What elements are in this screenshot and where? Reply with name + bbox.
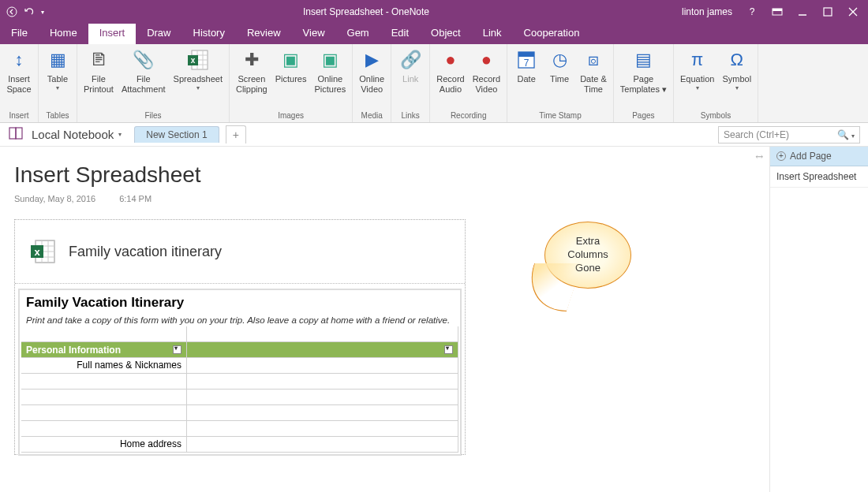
ribbon-btn-label: File Attachment	[122, 74, 166, 95]
add-section-button[interactable]: +	[226, 125, 246, 144]
menu-item-history[interactable]: History	[182, 24, 236, 44]
page-icon: ▤	[630, 47, 656, 73]
ribbon-btn-label: Record Audio	[436, 74, 464, 95]
svg-point-0	[7, 7, 17, 17]
ribbon-group-label: Links	[395, 110, 426, 122]
menu-item-view[interactable]: View	[292, 24, 336, 44]
ribbon-btn-label: Online Video	[359, 74, 384, 95]
table-icon: ▦	[45, 47, 70, 73]
ribbon-btn-label: Equation	[680, 74, 714, 84]
sheet-cell-value	[187, 390, 458, 404]
sheet-row	[21, 390, 458, 405]
menu-item-draw[interactable]: Draw	[136, 24, 181, 44]
menu-item-link[interactable]: Link	[472, 24, 513, 44]
sheet-cell-label	[21, 421, 187, 436]
sheet-instruction: Print and take a copy of this form with …	[21, 314, 458, 326]
search-icon: 🔍 ▾	[837, 129, 855, 140]
undo-icon[interactable]	[24, 6, 35, 17]
ribbon-group-label: Insert	[3, 110, 35, 122]
ribbon-btn-table[interactable]: ▦Table▾	[42, 46, 73, 94]
close-icon[interactable]	[847, 6, 859, 17]
ribbon-group-images: ✚Screen Clipping▣Pictures▣Online Picture…	[230, 44, 353, 122]
ribbon-btn-page-templates-[interactable]: ▤Page Templates ▾	[617, 46, 670, 96]
menu-item-insert[interactable]: Insert	[88, 24, 137, 44]
window-title: Insert Spreadsheet - OneNote	[51, 6, 682, 17]
page-time: 6:14 PM	[119, 194, 152, 203]
ribbon-btn-time[interactable]: ◷Time	[544, 46, 575, 86]
ribbon-display-icon[interactable]	[772, 6, 783, 17]
record-icon: ●	[438, 47, 463, 73]
menu-item-review[interactable]: Review	[236, 24, 292, 44]
page-date: Sunday, May 8, 2016	[14, 194, 95, 203]
date &-icon: ⧇	[581, 47, 606, 73]
user-name[interactable]: linton james	[682, 6, 732, 17]
ribbon-btn-equation[interactable]: πEquation▾	[677, 46, 717, 94]
ribbon-btn-insert-space[interactable]: ↕Insert Space	[3, 46, 35, 96]
search-input[interactable]: Search (Ctrl+E) 🔍 ▾	[718, 126, 860, 144]
ribbon-group-label: Tables	[42, 110, 73, 122]
filter-icon[interactable]	[173, 345, 181, 354]
link-icon: 🔗	[398, 47, 423, 73]
ribbon-btn-file-printout[interactable]: 🖹File Printout	[80, 46, 117, 96]
menu-item-cooperation[interactable]: Cooperation	[513, 24, 591, 44]
chevron-down-icon: ▾	[735, 84, 739, 92]
ribbon-btn-link: 🔗Link	[395, 46, 426, 86]
ribbon-group-label: Recording	[433, 110, 503, 122]
ribbon-btn-spreadsheet[interactable]: xSpreadsheet▾	[170, 46, 226, 94]
ribbon-btn-label: Symbol	[722, 74, 751, 84]
page-list-item[interactable]: Insert Spreadsheet	[770, 166, 868, 188]
time-icon: ◷	[547, 47, 572, 73]
add-page-button[interactable]: + Add Page	[770, 147, 868, 166]
back-icon[interactable]	[6, 6, 17, 17]
ribbon-btn-date-time[interactable]: ⧇Date & Time	[577, 46, 610, 96]
ribbon-btn-date[interactable]: 7Date	[511, 46, 542, 86]
sheet-preview: Family Vacation Itinerary Print and take…	[20, 290, 460, 454]
sheet-cell-value	[187, 405, 458, 420]
ribbon-btn-label: Table	[47, 74, 68, 84]
qat-dropdown-icon[interactable]: ▾	[41, 9, 44, 16]
ribbon-btn-label: Date	[518, 74, 536, 84]
equation-icon: π	[685, 47, 710, 73]
ribbon-btn-label: Record Video	[473, 74, 500, 95]
menu-item-object[interactable]: Object	[420, 24, 472, 44]
plus-icon: +	[776, 151, 786, 161]
ribbon-btn-pictures[interactable]: ▣Pictures	[272, 46, 310, 86]
ribbon-group-pages: ▤Page Templates ▾Pages	[614, 44, 674, 122]
ribbon-btn-record-video[interactable]: ●Record Video	[470, 46, 503, 96]
spreadsheet-embed[interactable]: x Family vacation itinerary Family Vacat…	[14, 219, 466, 455]
ribbon-btn-screen-clipping[interactable]: ✚Screen Clipping	[233, 46, 271, 96]
spreadsheet-icon: x	[185, 47, 211, 73]
page-canvas[interactable]: ⤢ Insert Spreadsheet Sunday, May 8, 2016…	[0, 147, 769, 492]
sheet-cell-label	[21, 390, 187, 404]
svg-rect-18	[9, 128, 16, 139]
expand-icon[interactable]: ⤢	[753, 151, 766, 164]
sheet-cell-label: Full names & Nicknames	[21, 358, 187, 373]
minimize-icon[interactable]	[797, 6, 808, 17]
ribbon-btn-label: Pictures	[275, 74, 307, 84]
ribbon-btn-symbol[interactable]: ΩSymbol▾	[719, 46, 754, 94]
ribbon-btn-label: Date & Time	[580, 74, 607, 95]
ribbon-btn-file-attachment[interactable]: 📎File Attachment	[118, 46, 169, 96]
titlebar: ▾ Insert Spreadsheet - OneNote linton ja…	[0, 0, 868, 24]
ribbon-group-label: Symbols	[677, 110, 754, 122]
filter-icon[interactable]	[444, 345, 453, 354]
page-title[interactable]: Insert Spreadsheet	[14, 162, 755, 188]
menu-item-edit[interactable]: Edit	[380, 24, 420, 44]
menu-item-file[interactable]: File	[0, 24, 39, 44]
ribbon-btn-record-audio[interactable]: ●Record Audio	[433, 46, 467, 96]
ribbon-btn-online-pictures[interactable]: ▣Online Pictures	[311, 46, 349, 96]
menu-item-home[interactable]: Home	[39, 24, 88, 44]
ribbon-group-label: Time Stamp	[511, 110, 610, 122]
svg-text:x: x	[34, 246, 40, 258]
workspace: ⤢ Insert Spreadsheet Sunday, May 8, 2016…	[0, 147, 868, 492]
menu-item-gem[interactable]: Gem	[336, 24, 380, 44]
embed-title: Family vacation itinerary	[69, 244, 222, 260]
maximize-icon[interactable]	[822, 6, 833, 17]
sheet-row	[21, 405, 458, 421]
ribbon-btn-online-video[interactable]: ▶Online Video	[356, 46, 387, 96]
help-icon[interactable]: ?	[746, 6, 758, 17]
sheet-cell-value	[187, 437, 458, 452]
section-tab[interactable]: New Section 1	[134, 126, 219, 143]
notebook-dropdown[interactable]: Local Notebook ▾	[32, 128, 122, 141]
ribbon-group-tables: ▦Table▾Tables	[39, 44, 77, 122]
